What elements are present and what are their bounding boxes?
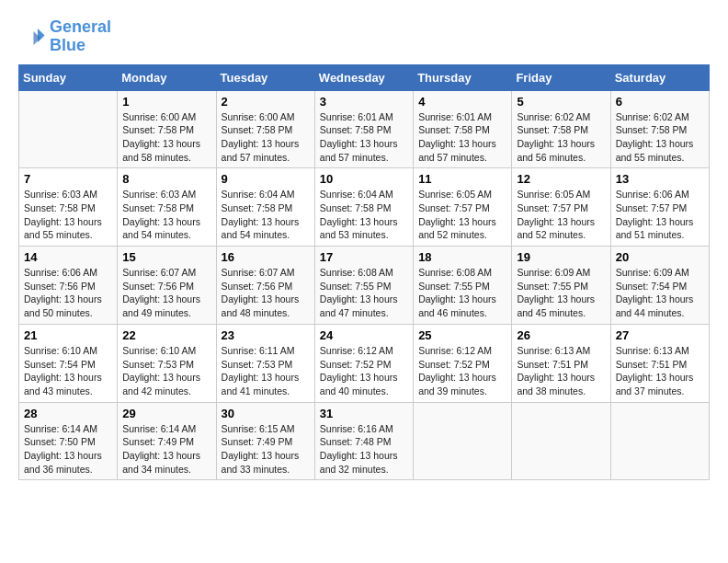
day-number: 5 bbox=[517, 95, 605, 109]
day-info: Sunrise: 6:13 AM Sunset: 7:51 PM Dayligh… bbox=[616, 344, 704, 398]
calendar-cell: 9Sunrise: 6:04 AM Sunset: 7:58 PM Daylig… bbox=[216, 168, 314, 247]
header-row: SundayMondayTuesdayWednesdayThursdayFrid… bbox=[19, 64, 710, 90]
day-number: 30 bbox=[222, 407, 310, 420]
calendar-cell bbox=[414, 402, 512, 480]
day-info: Sunrise: 6:11 AM Sunset: 7:53 PM Dayligh… bbox=[222, 344, 310, 398]
calendar-cell: 30Sunrise: 6:15 AM Sunset: 7:49 PM Dayli… bbox=[216, 402, 314, 480]
calendar-cell: 1Sunrise: 6:00 AM Sunset: 7:58 PM Daylig… bbox=[118, 90, 216, 168]
day-info: Sunrise: 6:07 AM Sunset: 7:56 PM Dayligh… bbox=[122, 266, 210, 320]
day-info: Sunrise: 6:06 AM Sunset: 7:57 PM Dayligh… bbox=[616, 188, 704, 242]
calendar-cell: 27Sunrise: 6:13 AM Sunset: 7:51 PM Dayli… bbox=[610, 324, 709, 402]
day-info: Sunrise: 6:09 AM Sunset: 7:55 PM Dayligh… bbox=[517, 266, 605, 320]
week-row-5: 28Sunrise: 6:14 AM Sunset: 7:50 PM Dayli… bbox=[19, 402, 710, 480]
column-header-wednesday: Wednesday bbox=[314, 64, 413, 90]
day-info: Sunrise: 6:00 AM Sunset: 7:58 PM Dayligh… bbox=[122, 110, 210, 165]
calendar-cell: 31Sunrise: 6:16 AM Sunset: 7:48 PM Dayli… bbox=[314, 402, 413, 480]
day-info: Sunrise: 6:00 AM Sunset: 7:58 PM Dayligh… bbox=[222, 110, 310, 165]
calendar-cell: 8Sunrise: 6:03 AM Sunset: 7:58 PM Daylig… bbox=[118, 168, 216, 247]
day-number: 29 bbox=[122, 407, 210, 420]
day-number: 9 bbox=[222, 172, 310, 186]
day-number: 16 bbox=[222, 250, 310, 264]
calendar-cell: 29Sunrise: 6:14 AM Sunset: 7:49 PM Dayli… bbox=[118, 402, 216, 480]
calendar-cell bbox=[512, 402, 610, 480]
day-info: Sunrise: 6:05 AM Sunset: 7:57 PM Dayligh… bbox=[418, 188, 506, 242]
day-info: Sunrise: 6:05 AM Sunset: 7:57 PM Dayligh… bbox=[517, 188, 605, 242]
day-info: Sunrise: 6:12 AM Sunset: 7:52 PM Dayligh… bbox=[418, 344, 506, 398]
calendar-cell: 19Sunrise: 6:09 AM Sunset: 7:55 PM Dayli… bbox=[512, 247, 610, 325]
calendar-cell: 21Sunrise: 6:10 AM Sunset: 7:54 PM Dayli… bbox=[19, 324, 118, 402]
calendar-cell: 3Sunrise: 6:01 AM Sunset: 7:58 PM Daylig… bbox=[314, 90, 413, 168]
calendar-cell bbox=[19, 90, 118, 168]
day-number: 17 bbox=[320, 250, 408, 264]
column-header-friday: Friday bbox=[512, 64, 610, 90]
calendar-cell bbox=[610, 402, 709, 480]
day-info: Sunrise: 6:16 AM Sunset: 7:48 PM Dayligh… bbox=[320, 422, 408, 477]
day-number: 21 bbox=[24, 328, 112, 342]
day-info: Sunrise: 6:08 AM Sunset: 7:55 PM Dayligh… bbox=[320, 266, 408, 320]
day-number: 24 bbox=[320, 328, 408, 342]
day-info: Sunrise: 6:03 AM Sunset: 7:58 PM Dayligh… bbox=[24, 188, 112, 242]
day-number: 25 bbox=[418, 328, 506, 342]
day-number: 1 bbox=[122, 95, 210, 109]
week-row-3: 14Sunrise: 6:06 AM Sunset: 7:56 PM Dayli… bbox=[19, 247, 710, 325]
day-info: Sunrise: 6:08 AM Sunset: 7:55 PM Dayligh… bbox=[418, 266, 506, 320]
day-info: Sunrise: 6:15 AM Sunset: 7:49 PM Dayligh… bbox=[222, 422, 310, 477]
day-info: Sunrise: 6:02 AM Sunset: 7:58 PM Dayligh… bbox=[616, 110, 704, 165]
week-row-1: 1Sunrise: 6:00 AM Sunset: 7:58 PM Daylig… bbox=[19, 90, 710, 168]
day-number: 12 bbox=[517, 172, 605, 186]
day-number: 22 bbox=[122, 328, 210, 342]
day-number: 31 bbox=[320, 407, 408, 420]
day-info: Sunrise: 6:13 AM Sunset: 7:51 PM Dayligh… bbox=[517, 344, 605, 398]
day-number: 10 bbox=[320, 172, 408, 186]
calendar-cell: 16Sunrise: 6:07 AM Sunset: 7:56 PM Dayli… bbox=[216, 247, 314, 325]
calendar-cell: 17Sunrise: 6:08 AM Sunset: 7:55 PM Dayli… bbox=[314, 247, 413, 325]
calendar-cell: 14Sunrise: 6:06 AM Sunset: 7:56 PM Dayli… bbox=[19, 247, 118, 325]
day-info: Sunrise: 6:09 AM Sunset: 7:54 PM Dayligh… bbox=[616, 266, 704, 320]
logo-text: General Blue bbox=[50, 18, 111, 55]
day-info: Sunrise: 6:06 AM Sunset: 7:56 PM Dayligh… bbox=[24, 266, 112, 320]
day-info: Sunrise: 6:02 AM Sunset: 7:58 PM Dayligh… bbox=[517, 110, 605, 165]
calendar-cell: 5Sunrise: 6:02 AM Sunset: 7:58 PM Daylig… bbox=[512, 90, 610, 168]
calendar-cell: 22Sunrise: 6:10 AM Sunset: 7:53 PM Dayli… bbox=[118, 324, 216, 402]
calendar-cell: 13Sunrise: 6:06 AM Sunset: 7:57 PM Dayli… bbox=[610, 168, 709, 247]
calendar-cell: 12Sunrise: 6:05 AM Sunset: 7:57 PM Dayli… bbox=[512, 168, 610, 247]
calendar-cell: 10Sunrise: 6:04 AM Sunset: 7:58 PM Dayli… bbox=[314, 168, 413, 247]
page-header: General Blue bbox=[18, 18, 710, 55]
week-row-2: 7Sunrise: 6:03 AM Sunset: 7:58 PM Daylig… bbox=[19, 168, 710, 247]
calendar-cell: 15Sunrise: 6:07 AM Sunset: 7:56 PM Dayli… bbox=[118, 247, 216, 325]
day-number: 13 bbox=[616, 172, 704, 186]
day-number: 3 bbox=[320, 95, 408, 109]
day-info: Sunrise: 6:01 AM Sunset: 7:58 PM Dayligh… bbox=[418, 110, 506, 165]
calendar-cell: 24Sunrise: 6:12 AM Sunset: 7:52 PM Dayli… bbox=[314, 324, 413, 402]
column-header-thursday: Thursday bbox=[414, 64, 512, 90]
day-number: 6 bbox=[616, 95, 704, 109]
calendar-cell: 23Sunrise: 6:11 AM Sunset: 7:53 PM Dayli… bbox=[216, 324, 314, 402]
day-number: 28 bbox=[24, 407, 112, 420]
day-number: 27 bbox=[616, 328, 704, 342]
day-info: Sunrise: 6:04 AM Sunset: 7:58 PM Dayligh… bbox=[320, 188, 408, 242]
day-info: Sunrise: 6:10 AM Sunset: 7:53 PM Dayligh… bbox=[122, 344, 210, 398]
day-number: 18 bbox=[418, 250, 506, 264]
day-number: 19 bbox=[517, 250, 605, 264]
calendar-cell: 18Sunrise: 6:08 AM Sunset: 7:55 PM Dayli… bbox=[414, 247, 512, 325]
day-number: 26 bbox=[517, 328, 605, 342]
day-info: Sunrise: 6:14 AM Sunset: 7:50 PM Dayligh… bbox=[24, 422, 112, 477]
day-info: Sunrise: 6:10 AM Sunset: 7:54 PM Dayligh… bbox=[24, 344, 112, 398]
calendar-cell: 6Sunrise: 6:02 AM Sunset: 7:58 PM Daylig… bbox=[610, 90, 709, 168]
svg-marker-0 bbox=[38, 29, 45, 42]
day-number: 2 bbox=[222, 95, 310, 109]
column-header-tuesday: Tuesday bbox=[216, 64, 314, 90]
calendar-cell: 4Sunrise: 6:01 AM Sunset: 7:58 PM Daylig… bbox=[414, 90, 512, 168]
calendar-cell: 26Sunrise: 6:13 AM Sunset: 7:51 PM Dayli… bbox=[512, 324, 610, 402]
column-header-monday: Monday bbox=[118, 64, 216, 90]
logo-icon bbox=[18, 23, 46, 51]
calendar-cell: 11Sunrise: 6:05 AM Sunset: 7:57 PM Dayli… bbox=[414, 168, 512, 247]
day-number: 11 bbox=[418, 172, 506, 186]
day-info: Sunrise: 6:04 AM Sunset: 7:58 PM Dayligh… bbox=[222, 188, 310, 242]
calendar-cell: 20Sunrise: 6:09 AM Sunset: 7:54 PM Dayli… bbox=[610, 247, 709, 325]
calendar-cell: 7Sunrise: 6:03 AM Sunset: 7:58 PM Daylig… bbox=[19, 168, 118, 247]
calendar-cell: 2Sunrise: 6:00 AM Sunset: 7:58 PM Daylig… bbox=[216, 90, 314, 168]
column-header-sunday: Sunday bbox=[19, 64, 118, 90]
day-number: 7 bbox=[24, 172, 112, 186]
day-info: Sunrise: 6:07 AM Sunset: 7:56 PM Dayligh… bbox=[222, 266, 310, 320]
